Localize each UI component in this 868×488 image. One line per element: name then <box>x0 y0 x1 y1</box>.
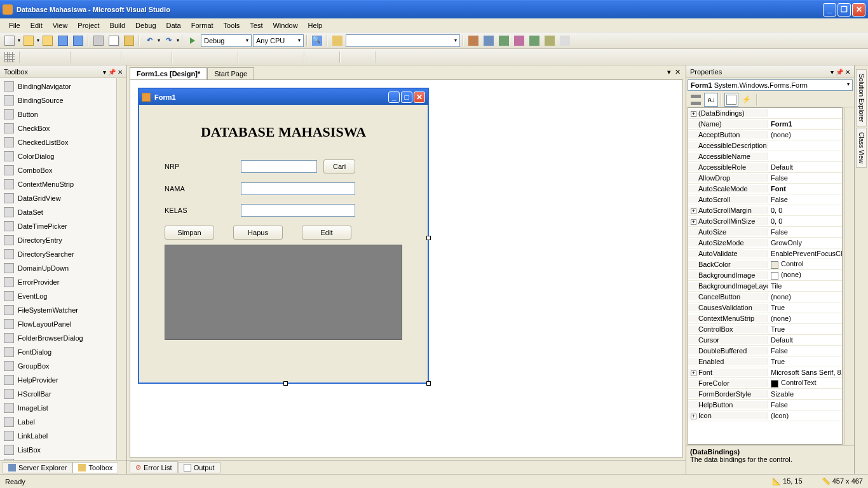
menu-view[interactable]: View <box>48 20 73 31</box>
restore-button[interactable]: ❐ <box>837 3 851 17</box>
properties-icon[interactable] <box>724 93 738 107</box>
toolbox-item-flowlayoutpanel[interactable]: FlowLayoutPanel <box>1 317 115 331</box>
prop-row[interactable]: AcceptButton(none) <box>688 130 842 140</box>
prop-row[interactable]: DoubleBufferedFalse <box>688 346 842 356</box>
center-v-icon[interactable] <box>323 50 337 64</box>
properties-object-dropdown[interactable]: Form1 System.Windows.Forms.Form▾ <box>688 79 853 91</box>
toolbox-item-checkbox[interactable]: CheckBox <box>1 121 115 135</box>
prop-row[interactable]: BackgroundImageLayoutTile <box>688 281 842 292</box>
prop-row[interactable]: ContextMenuStrip(none) <box>688 313 842 324</box>
solution-platform-dropdown[interactable]: Any CPU▾ <box>253 34 304 47</box>
prop-row[interactable]: ControlBoxTrue <box>688 324 842 335</box>
toolbox-item-imagelist[interactable]: ImageList <box>1 401 115 415</box>
toolbox-item-domainupdown[interactable]: DomainUpDown <box>1 261 115 275</box>
tab-order-icon[interactable] <box>379 50 393 64</box>
cut-button[interactable] <box>92 34 105 48</box>
prop-row[interactable]: BackColorControl <box>688 259 842 270</box>
prop-row[interactable]: BackgroundImage(none) <box>688 270 842 281</box>
align-center-icon[interactable] <box>38 50 52 64</box>
toolbox-item-datetimepicker[interactable]: DateTimePicker <box>1 219 115 233</box>
menu-help[interactable]: Help <box>303 20 328 31</box>
props-scrollbar[interactable] <box>844 107 854 445</box>
toolbox-item-colordialog[interactable]: ColorDialog <box>1 149 115 163</box>
toolbox-item-helpprovider[interactable]: HelpProvider <box>1 373 115 387</box>
button-edit[interactable]: Edit <box>302 226 351 240</box>
same-height-icon[interactable] <box>140 50 154 64</box>
tb-icon-7[interactable] <box>558 34 572 48</box>
toolbox-item-contextmenustrip[interactable]: ContextMenuStrip <box>1 177 115 191</box>
button-simpan[interactable]: Simpan <box>165 226 214 240</box>
copy-button[interactable] <box>107 34 121 48</box>
categorized-icon[interactable] <box>689 93 703 107</box>
find-button[interactable]: 🔍 <box>310 34 324 48</box>
prop-row[interactable]: AutoSizeModeGrowOnly <box>688 238 842 248</box>
menu-debug[interactable]: Debug <box>130 20 161 31</box>
prop-row[interactable]: AutoSizeFalse <box>688 227 842 238</box>
hspace-dec-icon[interactable] <box>206 50 220 64</box>
tab-start-page[interactable]: Start Page <box>207 67 254 79</box>
prop-row[interactable]: (Name)Form1 <box>688 119 842 130</box>
tab-error-list[interactable]: ⊘Error List <box>130 461 178 473</box>
tab-dropdown-icon[interactable]: ▾ <box>667 68 671 76</box>
save-button[interactable] <box>56 34 70 48</box>
prop-row[interactable]: HelpButtonFalse <box>688 400 842 410</box>
toolbox-item-eventlog[interactable]: EventLog <box>1 289 115 303</box>
tab-close-icon[interactable]: ✕ <box>675 68 681 76</box>
alphabetical-icon[interactable]: A↓ <box>704 93 718 107</box>
align-grid-icon[interactable] <box>3 50 17 64</box>
vspace-equal-icon[interactable] <box>241 50 255 64</box>
datagridview[interactable] <box>165 245 402 340</box>
tb-icon-1[interactable] <box>466 34 480 48</box>
menu-build[interactable]: Build <box>105 20 130 31</box>
form1-designer[interactable]: Form1 _ □ ✕ DATABASE MAHASISWA NRP Cari … <box>138 88 429 384</box>
designer-canvas[interactable]: Form1 _ □ ✕ DATABASE MAHASISWA NRP Cari … <box>130 79 683 458</box>
tb-icon-2[interactable] <box>482 34 496 48</box>
props-dropdown-icon[interactable]: ▾ <box>831 69 834 76</box>
prop-row[interactable]: AutoScrollFalse <box>688 194 842 205</box>
prop-row[interactable]: +AutoScrollMinSize0, 0 <box>688 216 842 227</box>
send-back-icon[interactable] <box>358 50 372 64</box>
toolbox-item-button[interactable]: Button <box>1 107 115 121</box>
center-h-icon[interactable] <box>308 50 322 64</box>
close-panel-icon[interactable]: ✕ <box>118 69 123 76</box>
menu-edit[interactable]: Edit <box>25 20 48 31</box>
same-size-icon[interactable] <box>155 50 169 64</box>
prop-row[interactable]: AccessibleDescription <box>688 140 842 151</box>
undo-button[interactable]: ↶ <box>142 34 156 48</box>
redo-button[interactable]: ↷ <box>161 34 175 48</box>
minimize-button[interactable]: _ <box>823 3 836 17</box>
tab-output[interactable]: Output <box>178 462 220 473</box>
tb-icon-5[interactable] <box>527 34 541 48</box>
paste-button[interactable] <box>122 34 136 48</box>
props-close-icon[interactable]: ✕ <box>845 69 850 76</box>
solution-config-dropdown[interactable]: Debug▾ <box>201 34 252 47</box>
find-combo[interactable]: ▾ <box>346 34 460 47</box>
toolbox-list[interactable]: BindingNavigatorBindingSourceButtonCheck… <box>0 78 116 460</box>
prop-row[interactable]: AccessibleName <box>688 151 842 162</box>
tab-form1-design[interactable]: Form1.cs [Design]* <box>130 67 207 80</box>
prop-row[interactable]: FormBorderStyleSizable <box>688 389 842 400</box>
tab-solution-explorer[interactable]: Solution Explorer <box>856 69 867 126</box>
pin-icon[interactable]: 📌 <box>108 69 116 76</box>
input-nama[interactable] <box>241 182 355 195</box>
prop-row[interactable]: ForeColorControlText <box>688 378 842 389</box>
button-cari[interactable]: Cari <box>323 159 355 173</box>
hspace-equal-icon[interactable] <box>175 50 189 64</box>
vspace-rem-icon[interactable] <box>287 50 301 64</box>
menu-data[interactable]: Data <box>161 20 186 31</box>
toolbox-item-label[interactable]: Label <box>1 415 115 429</box>
prop-row[interactable]: AutoScaleModeFont <box>688 184 842 194</box>
scrollbar[interactable] <box>116 78 126 460</box>
toolbox-item-dataset[interactable]: DataSet <box>1 205 115 219</box>
align-bottom-icon[interactable] <box>104 50 118 64</box>
menu-project[interactable]: Project <box>72 20 104 31</box>
tb-icon-4[interactable] <box>512 34 526 48</box>
toolbox-item-hscrollbar[interactable]: HScrollBar <box>1 387 115 401</box>
dropdown-icon[interactable]: ▾ <box>103 69 106 76</box>
prop-row[interactable]: CancelButton(none) <box>688 292 842 302</box>
toolbox-icon[interactable] <box>330 34 344 48</box>
properties-grid[interactable]: +(DataBindings)(Name)Form1AcceptButton(n… <box>688 107 843 445</box>
prop-row[interactable]: CursorDefault <box>688 335 842 346</box>
events-icon[interactable]: ⚡ <box>740 93 754 107</box>
toolbox-item-directorysearcher[interactable]: DirectorySearcher <box>1 247 115 261</box>
